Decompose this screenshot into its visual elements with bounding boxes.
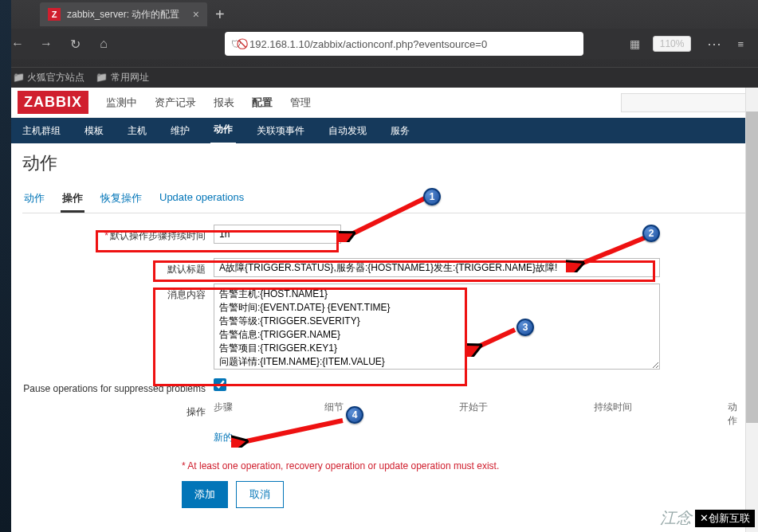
- duration-input[interactable]: [214, 225, 341, 244]
- search-input[interactable]: [621, 93, 756, 112]
- page-content: 动作 动作 操作 恢复操作 Update operations *默认操作步骤持…: [11, 143, 758, 522]
- new-tab-button[interactable]: +: [215, 6, 225, 24]
- watermark: 江念 ✕创新互联: [660, 507, 755, 529]
- tab-update[interactable]: Update operations: [158, 186, 245, 213]
- duration-label: 默认操作步骤持续时间: [110, 230, 206, 241]
- message-label: 消息内容: [167, 289, 206, 300]
- subject-input[interactable]: [214, 258, 660, 277]
- ops-col-action: 动作: [728, 401, 747, 428]
- browser-tab[interactable]: Z zabbix_server: 动作的配置 ×: [40, 2, 207, 26]
- bookmarks-bar: 火狐官方站点 常用网址: [0, 67, 758, 88]
- url-text: 192.168.1.10/zabbix/actionconf.php?event…: [249, 38, 487, 50]
- vertical-scrollbar[interactable]: [745, 88, 758, 532]
- forward-button[interactable]: →: [35, 33, 57, 55]
- cancel-button[interactable]: 取消: [236, 481, 284, 508]
- ops-label: 操作: [187, 406, 206, 417]
- new-operation-link[interactable]: 新的: [214, 432, 233, 443]
- url-box[interactable]: 🛡 ⃠ 192.168.1.10/zabbix/actionconf.php?e…: [225, 32, 583, 56]
- sub-nav: 主机群组 模板 主机 维护 动作 关联项事件 自动发现 服务: [11, 118, 758, 143]
- message-textarea[interactable]: [214, 284, 660, 370]
- subnav-discovery[interactable]: 自动发现: [325, 118, 370, 144]
- subnav-actions[interactable]: 动作: [210, 116, 236, 145]
- subnav-hostgroups[interactable]: 主机群组: [19, 118, 64, 144]
- browser-chrome: Z zabbix_server: 动作的配置 × + ← → ↻ ⌂ 🛡 ⃠ 1…: [0, 0, 758, 67]
- tab-bar: Z zabbix_server: 动作的配置 × +: [0, 0, 758, 29]
- bookmark-folder[interactable]: 火狐官方站点: [13, 71, 84, 84]
- pause-checkbox[interactable]: [214, 378, 226, 391]
- annotation-number-3: 3: [516, 319, 534, 336]
- reload-button[interactable]: ↻: [64, 33, 86, 55]
- reader-icon[interactable]: ▦: [630, 37, 640, 50]
- ops-col-step: 步骤: [214, 401, 261, 428]
- address-bar: ← → ↻ ⌂ 🛡 ⃠ 192.168.1.10/zabbix/actionco…: [0, 29, 758, 59]
- tab-recovery[interactable]: 恢复操作: [99, 186, 143, 213]
- tab-title: zabbix_server: 动作的配置: [67, 8, 179, 22]
- watermark-name: 江念: [660, 507, 692, 529]
- tab-action[interactable]: 动作: [22, 186, 46, 213]
- subnav-services[interactable]: 服务: [387, 118, 413, 144]
- watermark-brand: ✕创新互联: [695, 510, 755, 527]
- bookmark-folder[interactable]: 常用网址: [96, 71, 148, 84]
- subject-label: 默认标题: [167, 264, 206, 275]
- required-footnote: At least one operation, recovery operati…: [182, 460, 747, 471]
- annotation-number-1: 1: [423, 188, 441, 205]
- nav-reports[interactable]: 报表: [214, 96, 234, 110]
- ops-col-start: 开始于: [459, 401, 530, 428]
- page-actions-icon[interactable]: ⋯: [707, 35, 721, 53]
- annotation-number-2: 2: [642, 225, 660, 242]
- subnav-correlation[interactable]: 关联项事件: [253, 118, 308, 144]
- nav-admin[interactable]: 管理: [290, 96, 311, 110]
- nav-inventory[interactable]: 资产记录: [155, 96, 196, 110]
- nav-monitoring[interactable]: 监测中: [106, 96, 137, 110]
- subnav-maintenance[interactable]: 维护: [167, 118, 193, 144]
- zoom-level[interactable]: 110%: [653, 36, 692, 52]
- home-button[interactable]: ⌂: [92, 33, 115, 55]
- pause-label: Pause operations for suppressed problems: [23, 383, 206, 394]
- tab-favicon: Z: [48, 8, 61, 21]
- form: *默认操作步骤持续时间 默认标题 消息内容 Pause operations f…: [22, 225, 747, 508]
- library-icon[interactable]: ≡: [737, 38, 744, 50]
- tab-close-icon[interactable]: ×: [193, 8, 199, 21]
- window-left-edge: [0, 0, 11, 532]
- nav-config[interactable]: 配置: [252, 96, 273, 110]
- subnav-hosts[interactable]: 主机: [124, 118, 150, 144]
- form-tabs: 动作 操作 恢复操作 Update operations: [22, 186, 747, 213]
- subnav-templates[interactable]: 模板: [81, 118, 107, 144]
- annotation-number-4: 4: [346, 406, 363, 424]
- page-title: 动作: [22, 151, 747, 175]
- shield-icon: 🛡: [231, 38, 242, 50]
- ops-table-header: 步骤 细节 开始于 持续时间 动作: [214, 401, 747, 428]
- zabbix-header: ZABBIX 监测中 资产记录 报表 配置 管理: [11, 88, 758, 118]
- scroll-thumb[interactable]: [746, 111, 758, 423]
- add-button[interactable]: 添加: [182, 481, 228, 508]
- zabbix-logo[interactable]: ZABBIX: [18, 91, 88, 114]
- ops-col-duration: 持续时间: [594, 401, 665, 428]
- tab-operations[interactable]: 操作: [61, 186, 84, 213]
